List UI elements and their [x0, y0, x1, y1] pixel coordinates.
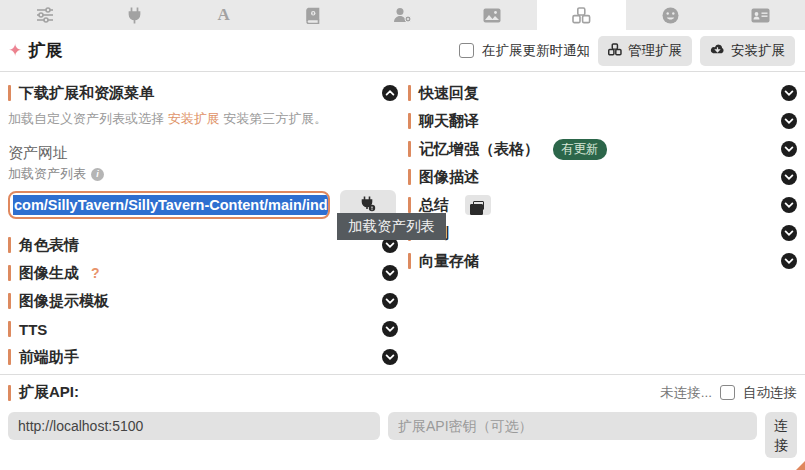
connect-button[interactable]: 连接: [765, 412, 797, 458]
extensions-header: ✦ 扩展 在扩展更新时通知 管理扩展 安装扩展: [0, 30, 805, 72]
api-url-input[interactable]: [8, 412, 380, 440]
section-download-extensions[interactable]: 下载扩展和资源菜单: [8, 82, 398, 104]
chevron-down-icon[interactable]: [781, 169, 797, 185]
api-status: 未连接...: [660, 384, 712, 402]
help-icon[interactable]: ?: [91, 265, 100, 281]
top-tabbar: A: [0, 0, 805, 30]
section-memory-enhancement[interactable]: 记忆增强（表格）有更新: [408, 138, 797, 160]
selected-text: com/SillyTavern/SillyTavern-Content/main…: [13, 195, 330, 215]
install-extensions-button[interactable]: 安装扩展: [700, 36, 795, 66]
user-gear-icon: [393, 7, 412, 23]
section-image-captioning[interactable]: 图像描述: [408, 166, 797, 188]
chevron-down-icon[interactable]: [781, 141, 797, 157]
section-quick-reply[interactable]: 快速回复: [408, 82, 797, 104]
sliders-icon: [36, 7, 54, 23]
assets-url-input[interactable]: com/SillyTavern/SillyTavern-Content/main…: [8, 191, 330, 219]
update-available-badge: 有更新: [553, 139, 607, 160]
chevron-down-icon[interactable]: [781, 253, 797, 269]
chevron-down-icon[interactable]: [781, 197, 797, 213]
tab-extensions[interactable]: [537, 0, 626, 30]
extension-api-section: 扩展API: 未连接... 自动连接 连接: [0, 374, 805, 458]
smiley-icon: [662, 7, 679, 24]
section-frontend-helper[interactable]: 前端助手: [8, 346, 398, 368]
tab-api-connections[interactable]: [89, 0, 178, 30]
info-icon: i: [91, 168, 104, 181]
install-extension-link[interactable]: 安装扩展: [168, 111, 220, 126]
copy-pages-icon: [473, 201, 484, 210]
tab-personas[interactable]: [626, 0, 715, 30]
id-card-icon: [751, 8, 770, 23]
extensions-content: 下载扩展和资源菜单 加载自定义资产列表或选择 安装扩展 安装第三方扩展。 资产网…: [0, 72, 805, 374]
section-image-prompt-templates[interactable]: 图像提示模板: [8, 290, 398, 312]
image-icon: [483, 8, 501, 23]
tab-formatting[interactable]: A: [179, 0, 268, 30]
cubes-icon: [608, 43, 622, 59]
tab-characters[interactable]: [716, 0, 805, 30]
notify-on-update-checkbox[interactable]: [459, 43, 474, 58]
load-assets-tooltip: 加载资产列表: [337, 213, 446, 240]
tab-user-settings[interactable]: [358, 0, 447, 30]
section-tts[interactable]: TTS: [8, 318, 398, 340]
extensions-panel: A ✦ 扩展 在扩展更新时通知 管理扩展 安装扩展: [0, 0, 805, 470]
section-image-generation[interactable]: 图像生成?: [8, 262, 398, 284]
load-asset-list-label: 加载资产列表 i: [8, 165, 398, 183]
assets-description: 加载自定义资产列表或选择 安装扩展 安装第三方扩展。: [8, 110, 398, 128]
section-summarize[interactable]: 总结: [408, 194, 797, 216]
assets-url-label: 资产网址: [8, 144, 398, 163]
chevron-down-icon[interactable]: [382, 321, 398, 337]
notify-on-update-label: 在扩展更新时通知: [482, 42, 590, 60]
api-label: 扩展API:: [19, 383, 79, 402]
restore-popup-button[interactable]: [465, 195, 491, 215]
accent-bar: [8, 85, 11, 101]
cubes-icon: [572, 7, 591, 24]
section-chat-translation[interactable]: 聊天翻译: [408, 110, 797, 132]
tab-settings[interactable]: [0, 0, 89, 30]
tab-backgrounds[interactable]: [447, 0, 536, 30]
api-key-input[interactable]: [388, 412, 757, 440]
plug-circle-icon: [360, 196, 376, 215]
chevron-down-icon[interactable]: [382, 265, 398, 281]
font-icon: A: [217, 5, 229, 25]
chevron-up-icon[interactable]: [382, 85, 398, 101]
resize-grip[interactable]: [796, 461, 805, 470]
cloud-download-icon: [710, 43, 725, 58]
chevron-down-icon[interactable]: [382, 293, 398, 309]
manage-extensions-button[interactable]: 管理扩展: [598, 36, 692, 66]
right-column: 快速回复 聊天翻译 记忆增强（表格）有更新 图像描述 总结 正则: [408, 82, 797, 374]
book-icon: [306, 7, 320, 24]
autoconnect-label: 自动连接: [743, 384, 797, 402]
section-regex[interactable]: 正则: [408, 222, 797, 244]
autoconnect-checkbox[interactable]: [720, 385, 735, 400]
sparkle-icon: ✦: [8, 40, 22, 61]
chevron-down-icon[interactable]: [781, 85, 797, 101]
page-title: 扩展: [28, 39, 62, 62]
plug-icon: [127, 7, 142, 24]
tab-world-info[interactable]: [268, 0, 357, 30]
section-vector-storage[interactable]: 向量存储: [408, 250, 797, 272]
chevron-down-icon[interactable]: [781, 225, 797, 241]
chevron-down-icon[interactable]: [781, 113, 797, 129]
chevron-down-icon[interactable]: [382, 349, 398, 365]
